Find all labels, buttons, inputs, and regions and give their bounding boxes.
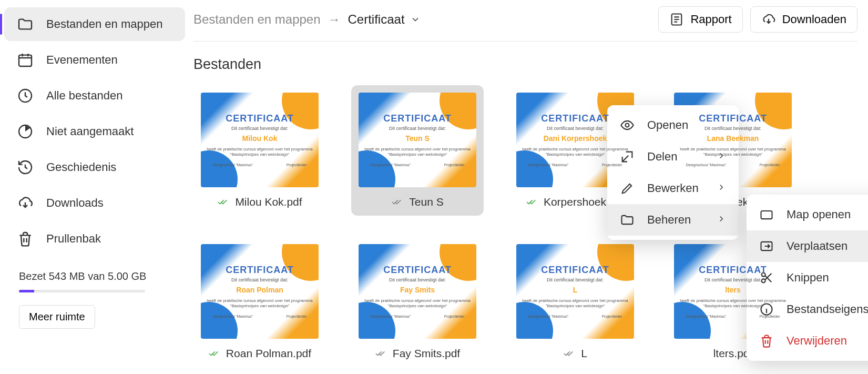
thumb-foot: Designschool "Maximus"Projectleider [212, 315, 307, 318]
sidebar-item-all-files[interactable]: Alle bestanden [4, 79, 185, 113]
sidebar-item-files-folders[interactable]: Bestanden en mappen [4, 7, 185, 41]
context-menu-item-beheren[interactable]: Beheren [607, 204, 739, 236]
pencil-icon [620, 181, 635, 196]
thumb-foot: Designschool "Maximus"Projectleider [370, 315, 464, 318]
thumb-desc: heeft de praktische cursus afgerond over… [207, 298, 312, 308]
thumb-title: CERTIFICAAT [226, 265, 294, 276]
thumb-sub: Dit certificaat bevestigt dat: [389, 277, 446, 282]
more-space-button[interactable]: Meer ruimte [19, 305, 95, 329]
sidebar-item-label: Bestanden en mappen [46, 17, 162, 31]
report-icon [669, 12, 684, 27]
sidebar: Bestanden en mappen Evenementen Alle bes… [0, 0, 189, 374]
sidebar-item-label: Downloads [46, 196, 104, 210]
context-submenu: Map openenVerplaatsenKnippenBestandseige… [747, 195, 868, 361]
thumb-desc: heeft de praktische cursus afgerond over… [364, 147, 470, 157]
calendar-icon [17, 52, 34, 68]
history-icon [17, 159, 34, 176]
thumb-person: Dani Korpershoek [544, 134, 607, 143]
move-icon [759, 239, 774, 254]
storage-text: Bezet 543 MB van 5.00 GB [19, 270, 177, 282]
thumb-desc: heeft de praktische cursus afgerond over… [680, 298, 785, 308]
context-menu-item-map-openen[interactable]: Map openen [747, 199, 868, 230]
sidebar-item-not-created[interactable]: Niet aangemaakt [4, 115, 185, 148]
file-thumbnail: CERTIFICAATDit certificaat bevestigt dat… [516, 244, 634, 339]
file-label: Milou Kok.pdf [201, 196, 319, 208]
file-name: Roan Polman.pdf [226, 347, 311, 360]
file-card[interactable]: CERTIFICAATDit certificaat bevestigt dat… [509, 237, 641, 367]
check-double-icon [375, 348, 386, 359]
thumb-title: CERTIFICAAT [383, 113, 452, 124]
sidebar-item-label: Evenementen [46, 53, 118, 67]
folder-outline-icon [759, 207, 774, 222]
thumb-title: CERTIFICAAT [383, 265, 452, 276]
storage-bar [19, 290, 145, 292]
file-thumbnail: CERTIFICAATDit certificaat bevestigt dat… [359, 244, 476, 339]
folder-icon [620, 213, 635, 227]
sidebar-item-downloads[interactable]: Downloads [4, 186, 185, 220]
context-menu-label: Map openen [787, 208, 851, 221]
file-label: Teun S [359, 196, 476, 208]
thumb-foot: Designschool "Maximus"Projectleider [528, 315, 622, 318]
thumb-sub: Dit certificaat bevestigt dat: [704, 126, 761, 131]
thumb-desc: heeft de praktische cursus afgerond over… [522, 298, 628, 308]
thumb-title: CERTIFICAAT [699, 113, 767, 124]
thumb-foot: Designschool "Maximus"Projectleider [686, 163, 780, 167]
svg-rect-0 [19, 55, 32, 66]
check-double-icon [563, 348, 575, 359]
thumb-sub: Dit certificaat bevestigt dat: [231, 277, 288, 282]
svg-rect-5 [761, 211, 772, 219]
file-name: Teun S [409, 196, 443, 208]
file-thumbnail: CERTIFICAATDit certificaat bevestigt dat… [201, 244, 319, 339]
file-card[interactable]: CERTIFICAATDit certificaat bevestigt dat… [351, 237, 484, 367]
file-card[interactable]: CERTIFICAATDit certificaat bevestigt dat… [351, 85, 484, 216]
context-menu-label: Bewerken [647, 181, 699, 195]
context-menu-label: Verplaatsen [787, 239, 847, 253]
sidebar-item-label: Niet aangemaakt [46, 125, 134, 138]
thumb-foot: Designschool "Maximus"Projectleider [686, 315, 780, 318]
check-double-icon [208, 348, 220, 359]
topbar: Bestanden en mappen → Certificaat Rappor… [193, 6, 857, 42]
context-menu-item-verwijderen[interactable]: Verwijderen [747, 325, 868, 357]
sidebar-item-history[interactable]: Geschiedenis [4, 150, 185, 184]
check-double-icon [526, 196, 537, 208]
sidebar-item-label: Alle bestanden [46, 89, 123, 103]
thumb-person: L [573, 286, 578, 294]
context-menu-label: Delen [647, 150, 677, 164]
thumb-desc: heeft de praktische cursus afgerond over… [207, 147, 312, 157]
download-button[interactable]: Downloaden [750, 6, 857, 33]
thumb-desc: heeft de praktische cursus afgerond over… [680, 147, 785, 157]
file-label: Fay Smits.pdf [359, 347, 476, 360]
thumb-person: Lana Beekman [707, 134, 759, 143]
file-card[interactable]: CERTIFICAATDit certificaat bevestigt dat… [193, 85, 326, 216]
thumb-person: Milou Kok [242, 134, 278, 143]
sidebar-item-trash[interactable]: Prullenbak [4, 222, 185, 256]
thumb-foot: Designschool "Maximus"Projectleider [370, 163, 464, 167]
file-label: Roan Polman.pdf [201, 347, 319, 360]
chevron-right-icon [717, 213, 726, 227]
file-card[interactable]: CERTIFICAATDit certificaat bevestigt dat… [193, 237, 326, 367]
pie-icon [17, 123, 34, 140]
chevron-right-icon: → [328, 12, 341, 27]
thumb-person: lters [725, 286, 741, 294]
download-icon [761, 12, 776, 27]
report-button[interactable]: Rapport [658, 6, 742, 33]
context-menu-item-bewerken[interactable]: Bewerken [607, 173, 739, 204]
context-menu-item-verplaatsen[interactable]: Verplaatsen [747, 230, 868, 262]
storage-indicator: Bezet 543 MB van 5.00 GB [19, 270, 177, 292]
breadcrumb-current[interactable]: Certificaat [348, 12, 421, 27]
thumb-foot: Designschool "Maximus"Projectleider [528, 163, 622, 167]
svg-point-4 [626, 124, 629, 127]
breadcrumb-root[interactable]: Bestanden en mappen [193, 12, 321, 27]
thumb-foot: Designschool "Maximus"Projectleider [212, 163, 307, 167]
thumb-person: Teun S [405, 134, 430, 143]
chevron-right-icon [717, 181, 726, 195]
trash-icon [759, 333, 774, 348]
context-menu-label: Beheren [647, 213, 691, 227]
trash-icon [17, 230, 34, 247]
main-area: Bestanden en mappen → Certificaat Rappor… [189, 0, 868, 374]
thumb-sub: Dit certificaat bevestigt dat: [704, 277, 761, 282]
thumb-sub: Dit certificaat bevestigt dat: [231, 126, 288, 131]
thumb-sub: Dit certificaat bevestigt dat: [547, 126, 604, 131]
folder-icon [17, 16, 34, 33]
sidebar-item-events[interactable]: Evenementen [4, 43, 185, 77]
